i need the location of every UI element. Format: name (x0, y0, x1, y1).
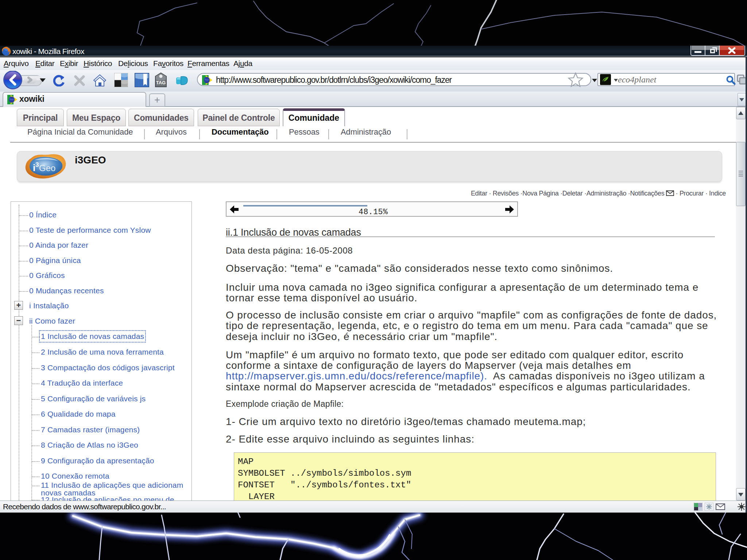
svg-text:TAG: TAG (156, 80, 166, 85)
svg-text:3: 3 (35, 161, 39, 168)
svg-text:Geo: Geo (39, 163, 55, 173)
